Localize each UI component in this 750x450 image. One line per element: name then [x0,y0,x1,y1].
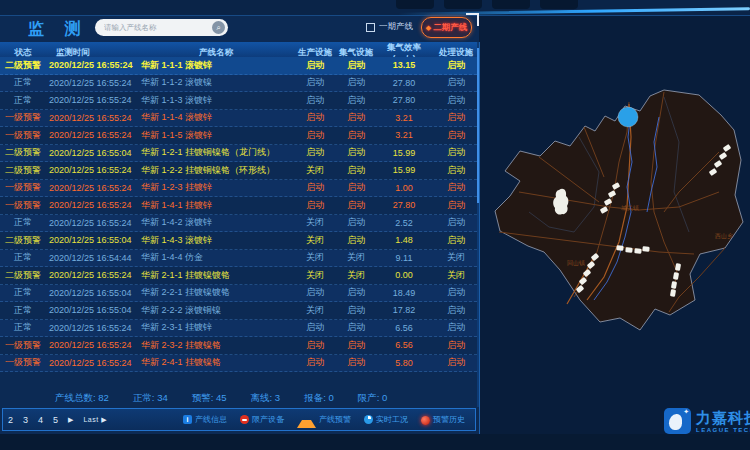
table-cell: 关闭 [294,251,336,264]
table-cell: 一级预警 [0,129,46,142]
table-row[interactable]: 正常2020/12/25 16:55:24华新 1-1-3 滚镀锌启动启动27.… [0,92,477,110]
table-row[interactable]: 正常2020/12/25 16:54:44华新 1-4-4 仿金关闭关闭9.11… [0,250,477,268]
table-cell: 启动 [432,111,480,124]
table-cell: 启动 [294,129,336,142]
table-cell: 华新 2-4-1 挂镀镍铬 [138,356,294,369]
info-icon [183,415,192,424]
page-button[interactable]: 2 [8,415,13,425]
region-map[interactable]: 西山乡回山镇城关镇 [479,42,750,408]
legend-item[interactable]: 限产设备 [240,414,284,425]
table-cell: 华新 1-4-4 仿金 [138,251,294,264]
table-cell: 启动 [294,199,336,212]
table-cell: 27.80 [376,78,432,88]
table-cell: 华新 2-3-2 挂镀镍铬 [138,339,294,352]
legend-item[interactable]: 实时工况 [364,414,408,425]
logo-name-en: LEAGUE TECH [696,427,750,433]
table-cell: 启动 [294,76,336,89]
table-cell: 27.80 [376,200,432,210]
legend-item[interactable]: 产线信息 [183,414,227,425]
bottom-bar: 2345▶Last ▶ 产线信息限产设备产线预警实时工况预警历史 [2,408,476,431]
table-cell: 2020/12/25 16:55:04 [46,288,138,298]
table-cell: 华新 1-2-3 挂镀锌 [138,181,294,194]
table-row[interactable]: 一级预警2020/12/25 16:55:24华新 1-1-5 滚镀锌启动启动3… [0,127,477,145]
phase1-checkbox[interactable]: 一期产线 [366,21,413,33]
table-cell: 9.11 [376,253,432,263]
table-row[interactable]: 正常2020/12/25 16:55:04华新 2-2-1 挂镀镍镀铬启动启动1… [0,285,477,303]
table-cell: 关闭 [294,164,336,177]
table-cell: 2020/12/25 16:55:24 [46,183,138,193]
table-cell: 二级预警 [0,234,46,247]
table-cell: 二级预警 [0,59,46,72]
table-row[interactable]: 二级预警2020/12/25 16:55:04华新 1-4-3 滚镀锌关闭启动1… [0,232,477,250]
table-cell: 启动 [294,111,336,124]
summary-item: 报备: 0 [304,392,334,405]
alarm-dot-icon [421,416,430,425]
table-row[interactable]: 一级预警2020/12/25 16:55:24华新 1-4-1 挂镀锌启动启动2… [0,197,477,215]
map-marker[interactable] [616,245,623,251]
table-row[interactable]: 正常2020/12/25 16:55:24华新 1-4-2 滚镀锌关闭启动2.5… [0,215,477,233]
next-page-button[interactable]: ▶ [68,416,73,424]
table-cell: 启动 [432,59,480,72]
table-row[interactable]: 一级预警2020/12/25 16:55:24华新 2-4-1 挂镀镍铬启动启动… [0,355,477,373]
search-input[interactable] [95,19,228,36]
top-tab-decor [492,0,530,9]
table-cell: 启动 [432,286,480,299]
table-row[interactable]: 正常2020/12/25 16:55:24华新 1-1-2 滚镀镍启动启动27.… [0,75,477,93]
table-cell: 2020/12/25 16:55:24 [46,165,138,175]
map-landmass [495,90,743,330]
legend-item[interactable]: 产线预警 [297,411,351,428]
page-button[interactable]: 3 [23,415,28,425]
table-cell: 启动 [336,111,376,124]
table-cell: 启动 [336,286,376,299]
map-alert-marker[interactable] [618,107,638,127]
search-icon[interactable]: ⌕ [212,21,225,34]
page-button[interactable]: 4 [38,415,43,425]
page-button[interactable]: 5 [53,415,58,425]
table-cell: 启动 [336,94,376,107]
table-cell: 一级预警 [0,199,46,212]
table-row[interactable]: 正常2020/12/25 16:55:24华新 2-3-1 挂镀锌启动启动6.5… [0,320,477,338]
table-row[interactable]: 二级预警2020/12/25 16:55:24华新 1-1-1 滚镀锌启动启动1… [0,57,477,75]
table-cell: 2020/12/25 16:55:24 [46,358,138,368]
table-row[interactable]: 二级预警2020/12/25 16:55:24华新 2-1-1 挂镀镍镀铬关闭关… [0,267,477,285]
header: 监 测 ⌕ 一期产线 ◆ 二期产线 [0,15,479,42]
map-marker[interactable] [625,247,632,253]
bottom-strip [0,434,750,450]
table-cell: 二级预警 [0,164,46,177]
table-cell: 启动 [294,94,336,107]
table-row[interactable]: 一级预警2020/12/25 16:55:24华新 2-3-2 挂镀镍铬启动启动… [0,337,477,355]
last-page-button[interactable]: Last ▶ [83,416,107,424]
table-cell: 2020/12/25 16:55:24 [46,113,138,123]
table-cell: 正常 [0,304,46,317]
table-cell: 启动 [432,216,480,229]
table-row[interactable]: 二级预警2020/12/25 16:55:24华新 1-2-2 挂镀铜镍铬（环形… [0,162,477,180]
table-cell: 2020/12/25 16:55:24 [46,323,138,333]
checkbox-icon[interactable] [366,23,375,32]
phase2-button[interactable]: ◆ 二期产线 [421,17,472,38]
table-cell: 华新 2-2-1 挂镀镍镀铬 [138,286,294,299]
table-cell: 2.52 [376,218,432,228]
table-cell: 2020/12/25 16:55:24 [46,270,138,280]
table-row[interactable]: 二级预警2020/12/25 16:55:04华新 1-2-1 挂镀铜镍铬（龙门… [0,145,477,163]
table-cell: 启动 [336,181,376,194]
table-cell: 18.49 [376,288,432,298]
table-row[interactable]: 一级预警2020/12/25 16:55:24华新 1-1-4 滚镀锌启动启动3… [0,110,477,128]
table-cell: 正常 [0,76,46,89]
table-cell: 启动 [336,199,376,212]
map-marker[interactable] [642,246,649,252]
table-cell: 华新 1-1-3 滚镀锌 [138,94,294,107]
legend-item[interactable]: 预警历史 [421,414,465,425]
table-cell: 启动 [432,304,480,317]
map-marker[interactable] [634,248,641,254]
legend-bar: 产线信息限产设备产线预警实时工况预警历史 [183,411,475,428]
table-row[interactable]: 正常2020/12/25 16:55:04华新 2-2-2 滚镀铜镍关闭启动17… [0,302,477,320]
table-cell: 一级预警 [0,111,46,124]
table-cell: 启动 [432,94,480,107]
logo-name-cn: 力嘉科技 [696,410,750,425]
table-cell: 启动 [294,339,336,352]
table-cell: 启动 [336,76,376,89]
table-row[interactable]: 一级预警2020/12/25 16:55:24华新 1-2-3 挂镀锌启动启动1… [0,180,477,198]
table-cell: 华新 1-2-1 挂镀铜镍铬（龙门线） [138,146,294,159]
table-cell: 启动 [432,164,480,177]
summary-row: 产线总数: 82正常: 34预警: 45离线: 3报备: 0限产: 0 [55,391,475,405]
